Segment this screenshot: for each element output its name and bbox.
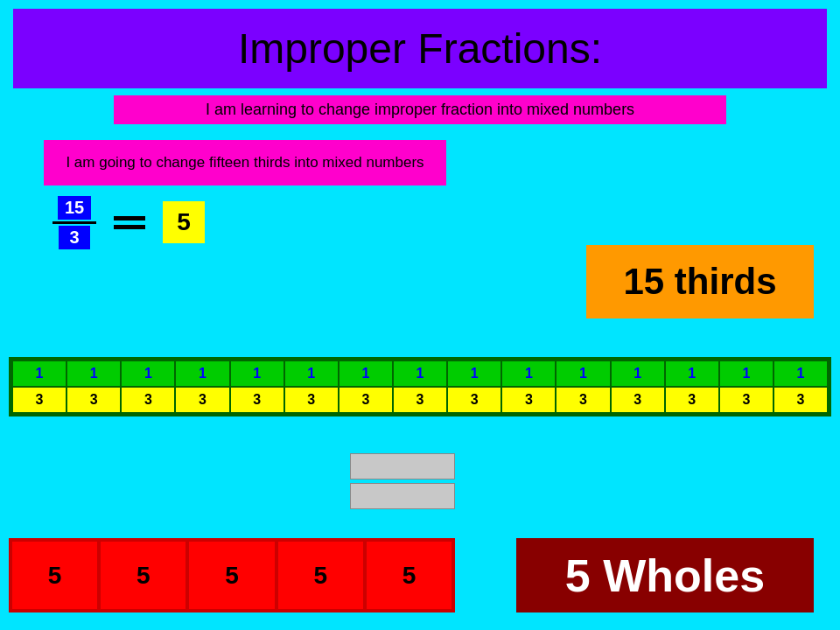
tile-num-7: 1 [340, 361, 392, 386]
tile-den-7: 3 [340, 388, 392, 412]
equals-line-bottom [114, 225, 145, 229]
fraction-numerator: 15 [58, 196, 91, 220]
tile-den-15: 3 [774, 388, 827, 412]
page-title: Improper Fractions: [22, 24, 818, 73]
tile-den-13: 3 [666, 388, 718, 412]
result-box: 5 [163, 201, 205, 243]
equals-line-top [114, 216, 145, 220]
tile-den-12: 3 [612, 388, 664, 412]
tile-den-10: 3 [502, 388, 555, 412]
tile-den-4: 3 [176, 388, 228, 412]
tile-num-15: 1 [774, 361, 827, 386]
mixed-denominator-box [350, 483, 455, 509]
mixed-fraction-display [350, 453, 455, 509]
thirds-label: 15 thirds [586, 245, 814, 318]
tile-den-8: 3 [394, 388, 446, 412]
tile-den-1: 3 [13, 388, 66, 412]
fraction-area: 15 3 5 [52, 196, 840, 249]
tiles-denominator-row: 3 3 3 3 3 3 3 3 3 3 3 3 3 3 3 [13, 388, 827, 412]
tile-num-6: 1 [285, 361, 338, 386]
mixed-numerator-box [350, 453, 455, 480]
whole-cell-4: 5 [276, 540, 365, 611]
fraction-denominator: 3 [59, 226, 90, 249]
tile-num-14: 1 [720, 361, 773, 386]
tile-den-3: 3 [122, 388, 174, 412]
whole-cell-3: 5 [187, 540, 276, 611]
learning-objective: I am learning to change improper fractio… [114, 95, 726, 124]
tiles-numerator-row: 1 1 1 1 1 1 1 1 1 1 1 1 1 1 1 [13, 361, 827, 386]
tile-num-2: 1 [67, 361, 120, 386]
tile-num-3: 1 [122, 361, 174, 386]
learning-obj-text: I am learning to change improper fractio… [206, 101, 634, 118]
equals-icon [114, 216, 145, 229]
tile-num-11: 1 [556, 361, 609, 386]
fraction-tiles: 1 1 1 1 1 1 1 1 1 1 1 1 1 1 1 3 3 3 3 3 … [9, 357, 831, 416]
tile-num-5: 1 [231, 361, 284, 386]
tile-den-2: 3 [67, 388, 120, 412]
fraction-display: 15 3 [52, 196, 96, 249]
tile-den-9: 3 [448, 388, 500, 412]
tile-num-10: 1 [502, 361, 555, 386]
whole-cell-1: 5 [10, 540, 99, 611]
tile-den-11: 3 [556, 388, 609, 412]
tile-num-4: 1 [176, 361, 228, 386]
header-banner: Improper Fractions: [13, 9, 827, 88]
tile-num-8: 1 [394, 361, 446, 386]
tile-num-12: 1 [612, 361, 664, 386]
tile-num-13: 1 [666, 361, 718, 386]
wholes-label: 5 Wholes [516, 538, 814, 612]
wholes-row: 5 5 5 5 5 [9, 538, 455, 612]
whole-cell-2: 5 [99, 540, 187, 611]
info-box-text: I am going to change fifteen thirds into… [66, 154, 424, 171]
whole-cell-5: 5 [365, 540, 453, 611]
tile-num-9: 1 [448, 361, 500, 386]
tile-den-6: 3 [285, 388, 338, 412]
fraction-line [52, 221, 96, 224]
tile-den-14: 3 [720, 388, 773, 412]
tile-den-5: 3 [231, 388, 284, 412]
tile-num-1: 1 [13, 361, 66, 386]
info-box: I am going to change fifteen thirds into… [44, 140, 446, 186]
